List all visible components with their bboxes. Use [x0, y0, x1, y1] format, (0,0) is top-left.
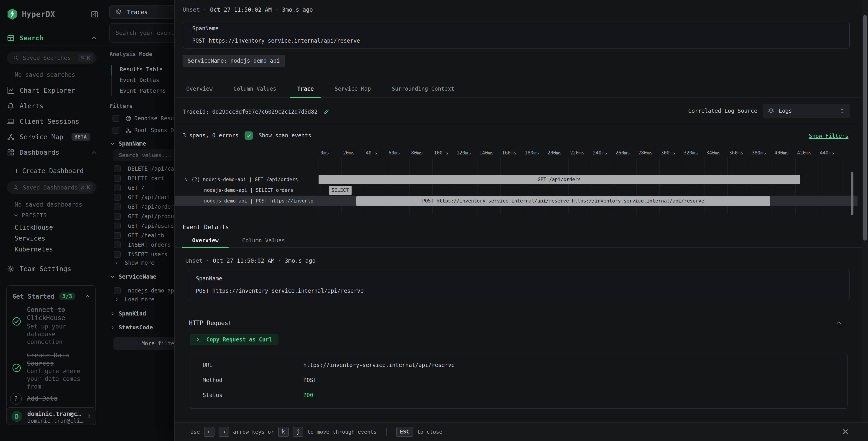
tab-service-map[interactable]: Service Map	[335, 80, 371, 97]
filter-toggle[interactable]: Root Spans Only	[113, 126, 175, 135]
analysis-mode-option[interactable]: Event Deltas	[120, 76, 159, 85]
filter-option[interactable]: GET /health	[114, 231, 164, 240]
get-started-step-desc: Configure where your data comes from	[27, 367, 91, 390]
checkbox[interactable]	[114, 251, 121, 258]
tab-overview[interactable]: Overview	[192, 234, 219, 247]
filter-option[interactable]: DELETE cart	[114, 174, 164, 183]
preset-item-kubernetes[interactable]: Kubernetes	[14, 245, 53, 253]
checkbox[interactable]	[114, 175, 121, 182]
checkbox[interactable]	[114, 287, 121, 294]
checkbox[interactable]	[114, 194, 121, 201]
presets-header[interactable]: PRESETS	[13, 212, 47, 218]
create-dashboard-link[interactable]: + Create Dashboard	[14, 167, 84, 175]
tab-surrounding-context[interactable]: Surrounding Context	[392, 80, 455, 97]
filter-group-spankind[interactable]: SpanKind	[110, 310, 146, 317]
sidebar-collapse-icon[interactable]	[90, 10, 99, 19]
tab-trace[interactable]: Trace	[297, 80, 314, 97]
show-more-link[interactable]: Show more	[114, 260, 154, 266]
spanname-value: POST https://inventory-service.internal/…	[192, 37, 840, 44]
sidebar-item-team-settings[interactable]: Team Settings	[7, 264, 71, 274]
source-select-button[interactable]: Traces	[109, 5, 175, 19]
close-icon[interactable]: ✕	[842, 427, 849, 436]
saved-dashboards-placeholder: Saved Dashboards	[23, 184, 78, 191]
sidebar-item-alerts[interactable]: Alerts	[7, 101, 43, 111]
chevron-down-icon[interactable]: ∨	[185, 177, 188, 182]
saved-dashboards-input[interactable]: Saved Dashboards ⌘ K	[7, 181, 97, 194]
filter-option[interactable]: GET /api/orders	[114, 202, 175, 211]
sidebar-item-service-map[interactable]: Service MapBETA	[7, 132, 90, 142]
saved-searches-input[interactable]: Saved Searches ⌘ K	[7, 52, 97, 64]
http-row: MethodPOST	[190, 373, 847, 388]
analysis-mode-rail	[111, 65, 112, 96]
filter-option[interactable]: INSERT orders	[114, 240, 171, 249]
sidebar-item-chart-explorer[interactable]: Chart Explorer	[7, 85, 75, 95]
tab-column-values[interactable]: Column Values	[242, 234, 285, 247]
edit-icon[interactable]	[323, 109, 330, 115]
service-name-tag[interactable]: ServiceName: nodejs-demo-api	[183, 55, 285, 67]
chevron-right-icon	[110, 311, 116, 317]
checkbox[interactable]	[114, 213, 121, 220]
user-card[interactable]: D dominic.tran@c… dominic.tran@cli…	[6, 407, 96, 425]
filter-group-statuscode[interactable]: StatusCode	[110, 324, 153, 331]
event-meta-line: Unset · Oct 27 11:50:02 AM · 3mo.s ago	[185, 257, 316, 264]
analysis-mode-option[interactable]: Results Table	[120, 65, 162, 74]
filter-toggle[interactable]: Denoise Results	[113, 114, 175, 123]
filter-option[interactable]: INSERT users	[114, 250, 167, 259]
analysis-mode-option[interactable]: Event Patterns	[120, 86, 166, 95]
span-row[interactable]: ∨(2) nodejs-demo-api | GET /api/ordersGE…	[175, 174, 858, 185]
log-source-select[interactable]: Logs	[763, 104, 850, 118]
show-span-events-checkbox[interactable]	[245, 131, 253, 140]
preset-item-services[interactable]: Services	[14, 235, 45, 242]
chevron-right-icon	[86, 413, 92, 419]
checkbox[interactable]	[113, 127, 119, 134]
span-row[interactable]: nodejs-demo-api | SELECT ordersSELECT	[175, 185, 858, 196]
preset-item-clickhouse[interactable]: ClickHouse	[14, 224, 53, 231]
filters-header: Filters	[110, 103, 132, 109]
event-search-input[interactable]: Search your events...	[109, 23, 175, 42]
sidebar-item-search[interactable]: Search	[7, 33, 43, 43]
analysis-mode-header: Analysis Mode	[110, 51, 152, 57]
panel-scrollbar-thumb[interactable]	[863, 15, 867, 240]
filter-group-spanname[interactable]: SpanName	[110, 140, 146, 147]
divider	[0, 160, 100, 160]
tab-column-values[interactable]: Column Values	[234, 80, 276, 97]
checkbox[interactable]	[113, 115, 119, 122]
span-duration-bar[interactable]: SELECT	[329, 186, 351, 195]
checkbox[interactable]	[114, 203, 121, 210]
checkbox[interactable]	[114, 223, 121, 229]
axis-tick-label: 200ms	[548, 150, 562, 155]
filter-values-search-input[interactable]: Search values...	[114, 149, 175, 161]
span-row[interactable]: nodejs-demo-api | POST https://inventory…	[175, 196, 858, 206]
filter-option[interactable]: GET /	[114, 183, 144, 193]
load-more-link[interactable]: Load more	[114, 296, 154, 303]
filter-option[interactable]: GET /api/products	[114, 212, 175, 221]
axis-tick-label: 180ms	[525, 150, 539, 155]
sidebar-item-dashboards[interactable]: Dashboards	[7, 147, 59, 157]
axis-tick-label: 80ms	[411, 150, 423, 155]
panel-scrollbar[interactable]	[862, 0, 868, 422]
span-duration-bar[interactable]: POST https://inventory-service.internal/…	[356, 196, 771, 206]
filter-option[interactable]: nodejs-demo-api	[114, 286, 175, 295]
filter-option[interactable]: GET /api/users	[114, 222, 174, 231]
checkbox[interactable]	[114, 184, 121, 192]
tab-overview[interactable]: Overview	[186, 80, 213, 97]
checkbox[interactable]	[114, 232, 121, 239]
filter-option[interactable]: DELETE /api/cart	[114, 164, 175, 173]
checkbox[interactable]	[114, 165, 121, 172]
sidebar-item-client-sessions[interactable]: Client Sessions	[7, 116, 79, 126]
copy-request-as-curl-button[interactable]: Copy Request as Curl	[190, 334, 278, 345]
filter-group-servicename[interactable]: ServiceName	[110, 273, 156, 280]
get-started-step-title: Create Data Sources	[27, 351, 91, 368]
filter-option-label: GET /health	[128, 232, 164, 239]
axis-tick-label: 240ms	[593, 150, 607, 155]
timeline-scrollbar-thumb[interactable]	[851, 172, 854, 215]
filter-option[interactable]: GET /api/cart	[114, 193, 171, 202]
chevron-up-icon[interactable]	[84, 293, 91, 299]
app-logo[interactable]: HyperDX	[7, 8, 55, 20]
collapse-section-icon[interactable]	[835, 319, 842, 326]
show-filters-link[interactable]: Show Filters	[809, 133, 848, 139]
span-duration-bar[interactable]: GET /api/orders	[318, 175, 800, 184]
checkbox[interactable]	[114, 241, 121, 248]
http-row-key: URL	[203, 362, 303, 368]
more-filters-button[interactable]: More filters	[114, 337, 175, 350]
